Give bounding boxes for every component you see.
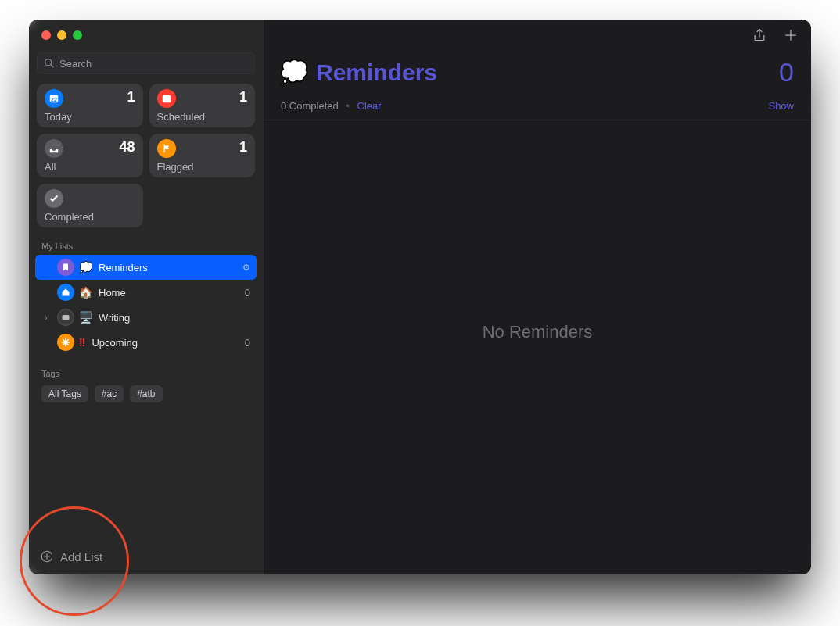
sidebar-list-writing[interactable]: › 🖥️ Writing xyxy=(35,305,257,330)
share-icon xyxy=(752,27,767,44)
empty-state: No Reminders xyxy=(264,120,811,574)
card-scheduled[interactable]: 1 Scheduled xyxy=(149,84,256,127)
sidebar: Search 22 1 Today 1 Schedu xyxy=(29,20,264,574)
sidebar-item-label: Upcoming xyxy=(92,337,238,349)
house-icon xyxy=(57,284,74,301)
calendar-icon: 22 xyxy=(45,89,63,108)
empty-state-text: No Reminders xyxy=(483,322,593,342)
sidebar-item-label: Home xyxy=(99,287,239,299)
completed-count-label: 0 Completed xyxy=(281,100,339,112)
asterisk-icon xyxy=(57,334,74,351)
card-today-label: Today xyxy=(45,111,135,123)
card-scheduled-label: Scheduled xyxy=(157,111,248,123)
tray-icon xyxy=(45,139,63,158)
sidebar-list-reminders[interactable]: › 💭 Reminders ⚙︎ xyxy=(35,255,257,280)
add-list-label: Add List xyxy=(60,550,102,563)
tag-item[interactable]: #ac xyxy=(95,385,124,402)
checkmark-icon xyxy=(45,189,63,208)
folder-icon xyxy=(57,309,74,326)
card-scheduled-count: 1 xyxy=(239,89,247,106)
separator-dot: • xyxy=(346,100,350,112)
plus-circle-icon xyxy=(40,549,54,563)
shared-icon: ⚙︎ xyxy=(242,263,250,273)
main-panel: 💭 Reminders 0 0 Completed • Clear Show N… xyxy=(264,20,811,574)
list-emoji: 💭 xyxy=(79,261,92,274)
sidebar-item-label: Writing xyxy=(99,312,244,324)
list-header: 💭 Reminders 0 xyxy=(264,54,811,89)
list-total-count: 0 xyxy=(779,57,794,88)
sidebar-list-home[interactable]: › 🏠 Home 0 xyxy=(35,280,257,305)
list-subheader: 0 Completed • Clear Show xyxy=(264,89,811,120)
sidebar-list-upcoming[interactable]: › ‼ Upcoming 0 xyxy=(35,330,257,355)
card-flagged-count: 1 xyxy=(239,139,247,156)
list-count: 0 xyxy=(245,287,250,299)
card-all-label: All xyxy=(45,161,135,173)
window-controls xyxy=(29,20,263,48)
bookmark-icon xyxy=(57,259,74,276)
plus-icon xyxy=(783,27,799,44)
tags-header: Tags xyxy=(29,355,263,382)
card-all[interactable]: 48 All xyxy=(37,134,143,177)
card-completed[interactable]: Completed xyxy=(37,184,143,227)
my-lists-header: My Lists xyxy=(29,227,263,255)
list-count: 0 xyxy=(245,337,250,349)
toolbar xyxy=(264,20,811,54)
card-today[interactable]: 22 1 Today xyxy=(37,84,143,127)
show-completed-button[interactable]: Show xyxy=(768,100,794,112)
clear-completed-button[interactable]: Clear xyxy=(357,100,382,112)
card-completed-label: Completed xyxy=(45,211,135,223)
list-emoji: 🖥️ xyxy=(79,311,92,324)
sidebar-item-label: Reminders xyxy=(99,262,236,274)
new-reminder-button[interactable] xyxy=(783,27,799,47)
chevron-right-icon[interactable]: › xyxy=(41,313,51,322)
list-emoji: ‼ xyxy=(79,336,85,349)
close-window-button[interactable] xyxy=(41,30,51,40)
svg-rect-4 xyxy=(63,315,70,320)
card-all-count: 48 xyxy=(119,139,135,156)
list-title: Reminders xyxy=(316,59,437,86)
calendar-icon xyxy=(157,89,176,108)
list-emoji: 💭 xyxy=(279,59,308,86)
tag-all[interactable]: All Tags xyxy=(41,385,88,402)
zoom-window-button[interactable] xyxy=(73,30,82,40)
my-lists: › 💭 Reminders ⚙︎ › 🏠 Home 0 › xyxy=(29,255,263,355)
search-icon xyxy=(44,58,55,69)
card-flagged-label: Flagged xyxy=(157,161,248,173)
tags-row: All Tags #ac #atb xyxy=(29,382,263,406)
tag-item[interactable]: #atb xyxy=(130,385,162,402)
card-today-count: 1 xyxy=(127,89,135,106)
list-emoji: 🏠 xyxy=(79,286,92,299)
flag-icon xyxy=(157,139,176,158)
svg-rect-3 xyxy=(162,95,171,103)
add-list-button[interactable]: Add List xyxy=(37,546,106,567)
share-button[interactable] xyxy=(752,27,767,47)
minimize-window-button[interactable] xyxy=(57,30,66,40)
search-input[interactable]: Search xyxy=(37,52,255,74)
search-placeholder: Search xyxy=(59,58,92,70)
svg-text:22: 22 xyxy=(51,97,57,102)
app-window: Search 22 1 Today 1 Schedu xyxy=(29,20,811,574)
card-flagged[interactable]: 1 Flagged xyxy=(149,134,256,177)
smart-list-cards: 22 1 Today 1 Scheduled xyxy=(29,84,263,227)
